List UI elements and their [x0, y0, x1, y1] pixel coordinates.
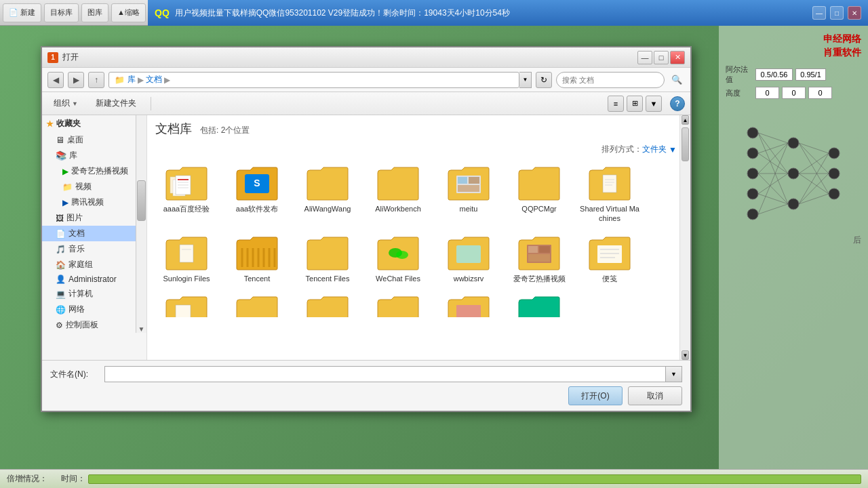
svg-point-3: [747, 188, 758, 199]
folder-aliwangwang-label: AliWangWang: [304, 204, 351, 214]
svg-rect-71: [456, 305, 481, 317]
search-input[interactable]: [562, 76, 658, 84]
folder-tencent-files-label: Tencent Files: [306, 274, 350, 283]
folder-partial-3[interactable]: [294, 290, 361, 317]
folder-iqiyi-videos[interactable]: 爱奇艺热播视频: [505, 230, 573, 287]
folder-partial-2[interactable]: [223, 290, 291, 317]
svg-line-15: [758, 153, 788, 174]
dialog-minimize-btn[interactable]: —: [637, 51, 652, 64]
folder-aliworkbench[interactable]: AliWorkbench: [364, 161, 432, 228]
folder-aaa-software[interactable]: S aaa软件发布: [223, 161, 291, 228]
view-dropdown-btn[interactable]: ▼: [646, 96, 662, 112]
folder-qqpcmgr[interactable]: QQPCMgr: [505, 161, 573, 228]
dialog-close-btn[interactable]: ✕: [670, 51, 685, 64]
sidebar-scroll-down[interactable]: ▼: [138, 325, 145, 333]
status-progress-bar: [88, 474, 861, 484]
view-grid-btn[interactable]: ⊞: [627, 96, 643, 112]
search-button[interactable]: 🔍: [669, 72, 685, 88]
folder-aaa-software-icon: S: [235, 165, 279, 201]
folder-shared-vms[interactable]: Shared Virtual Machines: [576, 161, 644, 228]
folder-tencent-files[interactable]: Tencent Files: [294, 230, 361, 287]
qq-minimize-btn[interactable]: —: [812, 6, 826, 20]
svg-rect-42: [458, 177, 467, 184]
organize-button[interactable]: 组织 ▼: [47, 95, 84, 112]
toolbar-separator: [151, 97, 151, 110]
folder-meitu-label: meitu: [460, 204, 478, 214]
sidebar-item-network[interactable]: 🌐 网络: [42, 302, 136, 317]
scroll-down-btn[interactable]: ▼: [682, 350, 689, 360]
folder-wwbizsrv[interactable]: wwbizsrv: [435, 230, 502, 287]
up-button[interactable]: ↑: [88, 72, 104, 88]
taskbar-target[interactable]: 目标库: [44, 3, 79, 22]
sidebar-favorites-header[interactable]: ★ 收藏夹: [42, 115, 136, 132]
sidebar-item-music[interactable]: 🎵 音乐: [42, 241, 136, 257]
sort-label: 排列方式：: [601, 144, 642, 155]
sidebar-item-homegroup[interactable]: 🏠 家庭组: [42, 257, 136, 272]
folder-grid: aaaa百度经验 S aaa软件发布: [153, 161, 677, 317]
folder-notes[interactable]: 便笺: [576, 230, 644, 287]
svg-point-9: [829, 168, 840, 179]
sidebar-item-admin[interactable]: 👤 Administrator: [42, 272, 136, 286]
sidebar-item-library[interactable]: 📚 库: [42, 148, 136, 163]
sidebar-item-iqiyi[interactable]: ▶ 爱奇艺热播视频: [42, 163, 136, 179]
open-button[interactable]: 打开(O): [568, 386, 623, 405]
folder-aaaa-baidu-label: aaaa百度经验: [163, 204, 210, 214]
folder-partial-1[interactable]: [153, 290, 220, 317]
main-content: ★ 收藏夹 🖥 桌面 📚 库 ▶ 爱奇艺热播视频: [42, 115, 690, 360]
grid-scrollbar[interactable]: ▲ ▼: [679, 115, 690, 360]
path-part-lib[interactable]: 库: [127, 74, 136, 85]
alpha-input1[interactable]: [755, 68, 793, 81]
address-dropdown-btn[interactable]: ▼: [519, 72, 532, 88]
folder-partial-5-icon: [447, 294, 490, 317]
filename-dropdown-btn[interactable]: ▼: [666, 366, 682, 382]
path-part-docs[interactable]: 文档: [146, 74, 162, 85]
sidebar-item-documents[interactable]: 📄 文档: [42, 226, 136, 241]
svg-point-2: [747, 168, 758, 179]
svg-point-1: [747, 148, 758, 159]
sidebar-scrollbar[interactable]: ▼: [136, 115, 146, 333]
height-input1[interactable]: [755, 87, 779, 99]
sidebar-item-controlpanel[interactable]: ⚙ 控制面板: [42, 317, 136, 333]
organize-label: 组织: [54, 98, 70, 109]
address-path[interactable]: 📁 库 ▶ 文档 ▶: [108, 72, 519, 88]
folder-iqiyi-videos-label: 爱奇艺热播视频: [513, 274, 566, 283]
folder-tencent-icon: [235, 235, 279, 271]
help-button[interactable]: ?: [670, 96, 685, 111]
qq-maximize-btn[interactable]: □: [830, 6, 844, 20]
folder-tencent[interactable]: Tencent: [223, 230, 291, 287]
alpha-input2[interactable]: [795, 68, 826, 81]
svg-line-25: [799, 143, 829, 194]
folder-partial-5[interactable]: [435, 290, 502, 317]
sidebar-item-tencent-video[interactable]: ▶ 腾讯视频: [42, 195, 136, 210]
folder-partial-4[interactable]: [364, 290, 432, 317]
folder-aaaa-baidu[interactable]: aaaa百度经验: [153, 161, 220, 228]
folder-partial-6[interactable]: [505, 290, 573, 317]
folder-meitu[interactable]: meitu: [435, 161, 502, 228]
dialog-maximize-btn[interactable]: □: [654, 51, 669, 64]
sort-button[interactable]: 文件夹 ▼: [642, 144, 677, 155]
sidebar-item-desktop[interactable]: 🖥 桌面: [42, 132, 136, 148]
folder-wechat[interactable]: WeChat Files: [364, 230, 432, 287]
forward-button[interactable]: ▶: [68, 72, 84, 88]
taskbar-new[interactable]: 📄 新建: [3, 3, 41, 22]
taskbar-thumb[interactable]: ▲缩略: [111, 3, 146, 22]
folder-aliwangwang[interactable]: AliWangWang: [294, 161, 361, 228]
sidebar-item-computer[interactable]: 💻 计算机: [42, 286, 136, 302]
sidebar-item-pictures[interactable]: 🖼 图片: [42, 210, 136, 226]
height-input2[interactable]: [782, 87, 806, 99]
height-input3[interactable]: [808, 87, 832, 99]
sidebar-item-video[interactable]: 📁 视频: [42, 179, 136, 195]
qq-close-btn[interactable]: ✕: [848, 6, 861, 20]
dialog-titlebar: 1 打开 — □ ✕: [42, 47, 690, 68]
folder-sunlogin[interactable]: Sunlogin Files: [153, 230, 220, 287]
new-folder-button[interactable]: 新建文件夹: [90, 95, 142, 112]
view-list-btn[interactable]: ≡: [608, 96, 624, 112]
neural-network-viz: [726, 106, 861, 241]
scroll-up-btn[interactable]: ▲: [682, 115, 689, 125]
height-label: 高度: [726, 88, 753, 98]
back-button[interactable]: ◀: [47, 72, 64, 88]
taskbar-gallery[interactable]: 图库: [81, 3, 108, 22]
refresh-button[interactable]: ↻: [536, 72, 552, 88]
cancel-button[interactable]: 取消: [628, 386, 682, 405]
filename-input[interactable]: [104, 366, 666, 382]
